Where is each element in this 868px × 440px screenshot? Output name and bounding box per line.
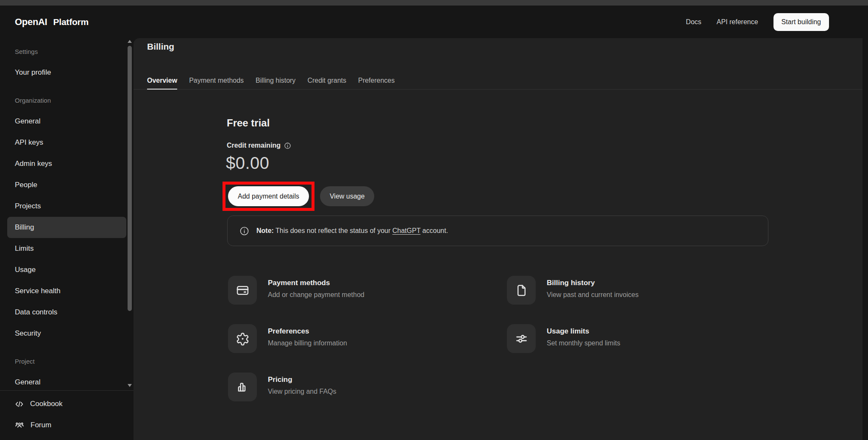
billing-shortcut-cards: Payment methods Add or change payment me… [228,276,786,401]
sidebar-item-project-general[interactable]: General [7,372,126,393]
note-box: Note: This does not reflect the status o… [227,216,768,246]
card-texts: Usage limits Set monthly spend limits [547,324,620,353]
sidebar-item-service-health[interactable]: Service health [7,280,126,302]
tab-billing-history[interactable]: Billing history [256,73,295,90]
card-usage-limits[interactable]: Usage limits Set monthly spend limits [507,324,786,353]
sidebar-item-security[interactable]: Security [7,323,126,344]
logo-platform: Platform [53,17,89,27]
card-texts: Pricing View pricing and FAQs [268,373,337,401]
settings-sidebar: Settings Your profile Organization Gener… [0,38,134,440]
forum-link[interactable]: Forum [0,415,134,436]
api-reference-link[interactable]: API reference [717,18,758,26]
scrollbar-up-arrow-icon[interactable] [128,40,132,43]
sidebar-spacer [0,83,134,90]
card-subtitle: Manage billing information [268,339,347,347]
sidebar-footer: Cookbook Forum [0,390,134,440]
window-chrome-strip [0,0,868,6]
card-subtitle: Add or change payment method [268,291,364,299]
sidebar-item-data-controls[interactable]: Data controls [7,302,126,323]
sidebar-item-limits[interactable]: Limits [7,238,126,259]
card-subtitle: Set monthly spend limits [547,339,620,347]
tab-credit-grants[interactable]: Credit grants [307,73,346,90]
info-icon [239,226,249,236]
sidebar-item-your-profile[interactable]: Your profile [7,62,126,83]
card-subtitle: View past and current invoices [547,291,639,299]
card-texts: Payment methods Add or change payment me… [268,276,364,305]
code-icon [15,400,24,409]
info-icon[interactable] [284,142,291,149]
sidebar-item-general[interactable]: General [7,111,126,132]
note-suffix: account. [420,227,448,234]
gear-icon [228,324,257,353]
sidebar-item-projects[interactable]: Projects [7,196,126,217]
card-title: Pricing [268,376,337,384]
sidebar-item-people[interactable]: People [7,174,126,196]
card-texts: Preferences Manage billing information [268,324,347,353]
card-title: Payment methods [268,279,364,287]
credit-remaining-label: Credit remaining [227,142,281,149]
header-links: Docs API reference Start building [686,13,829,31]
chatgpt-link[interactable]: ChatGPT [392,227,420,234]
note-prefix: Note: [256,227,274,234]
sidebar-scrollbar-thumb[interactable] [128,46,132,311]
card-subtitle: View pricing and FAQs [268,388,337,395]
people-icon [15,420,24,430]
scrollbar-down-arrow-icon[interactable] [128,384,132,387]
credit-card-icon [228,276,257,305]
document-icon [507,276,536,305]
card-preferences[interactable]: Preferences Manage billing information [228,324,507,353]
forum-label: Forum [31,421,51,429]
logo-openai: OpenAI [15,17,47,28]
annotation-red-box: Add payment details [223,182,314,211]
plan-heading: Free trial [227,117,270,129]
sidebar-item-admin-keys[interactable]: Admin keys [7,153,126,174]
cookbook-link[interactable]: Cookbook [0,393,134,415]
note-body: This does not reflect the status of your [274,227,392,234]
top-header: OpenAI Platform Docs API reference Start… [0,6,868,38]
tab-preferences[interactable]: Preferences [358,73,395,90]
sidebar-item-api-keys[interactable]: API keys [7,132,126,153]
credit-remaining-row: Credit remaining [227,142,291,149]
sidebar-section-settings: Settings [7,41,126,62]
view-usage-button[interactable]: View usage [320,186,374,206]
credit-amount: $0.00 [226,154,270,173]
tab-payment-methods[interactable]: Payment methods [189,73,244,90]
card-billing-history[interactable]: Billing history View past and current in… [507,276,786,305]
sidebar-item-usage[interactable]: Usage [7,259,126,280]
sidebar-item-billing[interactable]: Billing [7,217,126,238]
sidebar-section-project: Project [7,350,126,372]
card-payment-methods[interactable]: Payment methods Add or change payment me… [228,276,507,305]
start-building-button[interactable]: Start building [773,13,829,31]
note-text: Note: This does not reflect the status o… [256,227,448,235]
card-title: Usage limits [547,327,620,336]
sidebar-nav: Settings Your profile Organization Gener… [0,38,134,393]
sliders-icon [507,324,536,353]
cookbook-label: Cookbook [30,400,63,408]
sidebar-spacer [0,344,134,350]
card-title: Preferences [268,327,347,336]
add-payment-details-button[interactable]: Add payment details [228,186,309,206]
openai-platform-logo[interactable]: OpenAI Platform [15,17,89,28]
card-title: Billing history [547,279,639,287]
card-texts: Billing history View past and current in… [547,276,639,305]
billing-tabbar: Overview Payment methods Billing history… [134,73,862,90]
page-title: Billing [147,42,174,52]
actions-row: Add payment details View usage [223,182,374,211]
docs-link[interactable]: Docs [686,18,701,26]
tab-overview[interactable]: Overview [147,73,177,90]
card-pricing[interactable]: Pricing View pricing and FAQs [228,373,507,401]
billing-main-panel: Billing Overview Payment methods Billing… [134,38,862,440]
bar-chart-icon [228,373,257,401]
sidebar-section-organization: Organization [7,90,126,111]
